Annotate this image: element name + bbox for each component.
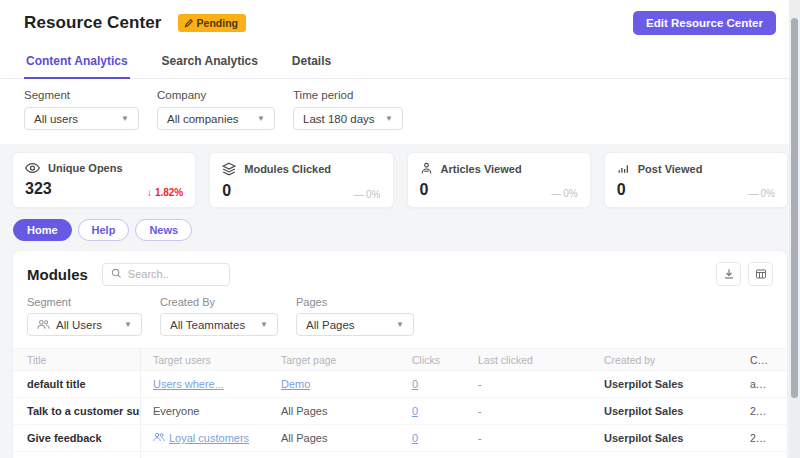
tab-bar: Content Analytics Search Analytics Detai…: [0, 48, 800, 79]
clicks-link[interactable]: 0: [412, 432, 418, 444]
module-title-cell: Give feedback: [13, 425, 141, 451]
modules-created-by-filter: Created By All Teammates ▼: [160, 296, 278, 336]
column-created-by: Created by: [592, 354, 738, 366]
chevron-down-icon: ▼: [124, 320, 132, 329]
pencil-icon: [184, 19, 193, 28]
bar-chart-icon: [617, 162, 630, 175]
clicks-link[interactable]: 0: [412, 378, 418, 390]
eye-icon: [25, 162, 40, 174]
pill-home[interactable]: Home: [13, 219, 72, 241]
segment-select[interactable]: All users ▼: [24, 107, 139, 130]
modules-segment-filter: Segment All Users ▼: [27, 296, 142, 336]
modules-pages-filter: Pages All Pages ▼: [296, 296, 414, 336]
pill-news[interactable]: News: [135, 219, 192, 241]
top-section: Resource Center Pending Edit Resource Ce…: [0, 0, 800, 144]
last-clicked-cell: -: [466, 405, 592, 417]
search-input[interactable]: [128, 268, 221, 280]
tab-content-analytics[interactable]: Content Analytics: [24, 48, 130, 79]
created-by-cell: Userpilot Sales: [592, 405, 738, 417]
company-select[interactable]: All companies ▼: [157, 107, 275, 130]
stat-value: 323: [25, 180, 52, 198]
users-icon: [153, 432, 165, 444]
target-page-cell: All Pages: [269, 405, 400, 417]
stat-value: 0: [222, 182, 231, 200]
created-cell: 2 m: [738, 432, 787, 444]
trend-flat-icon: —: [551, 188, 560, 199]
columns-settings-button[interactable]: [748, 262, 773, 286]
created-by-cell: Userpilot Sales: [592, 378, 738, 390]
table-row: Give feedbackLoyal customersAll Pages0-U…: [13, 425, 787, 452]
page-header: Resource Center Pending Edit Resource Ce…: [0, 8, 800, 38]
users-icon: [37, 319, 50, 330]
chevron-down-icon: ▼: [385, 114, 393, 123]
table-row: Onboarding checklistNew SignupsAll Pages…: [13, 452, 787, 458]
modules-header: Modules: [13, 251, 787, 294]
table-row: Talk to a customer support ...EveryoneAl…: [13, 398, 787, 425]
module-title-cell: default title: [13, 371, 141, 397]
target-users-link[interactable]: Loyal customers: [153, 432, 249, 444]
arrow-down-icon: ↓: [147, 187, 152, 198]
edit-resource-center-button[interactable]: Edit Resource Center: [633, 11, 776, 35]
target-users-link[interactable]: Users where...: [153, 378, 224, 390]
column-target-users: Target users: [141, 354, 269, 366]
vertical-scrollbar[interactable]: [789, 0, 800, 458]
modules-title: Modules: [27, 266, 88, 283]
tab-details[interactable]: Details: [290, 48, 333, 78]
stats-row: Unique Opens 323 ↓1.82% Modules Clicked …: [12, 152, 788, 208]
created-by-cell: Userpilot Sales: [592, 432, 738, 444]
stat-card-unique-opens: Unique Opens 323 ↓1.82%: [12, 152, 196, 208]
stat-card-post-viewed: Post Viewed 0 —0%: [604, 152, 788, 208]
pill-help[interactable]: Help: [78, 219, 130, 241]
stat-value: 0: [617, 181, 626, 199]
tab-search-analytics[interactable]: Search Analytics: [160, 48, 260, 78]
download-button[interactable]: [716, 262, 741, 286]
segment-filter: Segment All users ▼: [24, 89, 139, 130]
scrollbar-thumb[interactable]: [791, 18, 798, 398]
target-page-link[interactable]: Demo: [281, 378, 310, 390]
layers-icon: [222, 162, 236, 176]
last-clicked-cell: -: [466, 378, 592, 390]
trend-flat-icon: —: [354, 189, 363, 200]
stat-card-articles-viewed: Articles Viewed 0 —0%: [407, 152, 591, 208]
target-users-cell[interactable]: Users where...: [141, 378, 269, 390]
target-page-cell: All Pages: [269, 432, 400, 444]
trend-indicator: —0%: [749, 188, 775, 199]
time-period-select[interactable]: Last 180 days ▼: [293, 107, 403, 130]
modules-pages-select[interactable]: All Pages ▼: [296, 313, 414, 336]
last-clicked-cell: -: [466, 432, 592, 444]
trend-indicator: —0%: [354, 189, 380, 200]
created-cell: 2 m: [738, 405, 787, 417]
page-title: Resource Center: [24, 13, 162, 33]
chevron-down-icon: ▼: [121, 114, 129, 123]
modules-filters: Segment All Users ▼ Created By All Teamm…: [13, 294, 787, 348]
column-clicks: Clicks: [400, 354, 466, 366]
column-last-clicked: Last clicked: [466, 354, 592, 366]
company-filter: Company All companies ▼: [157, 89, 275, 130]
clicks-cell[interactable]: 0: [400, 432, 466, 444]
created-cell: a m: [738, 378, 787, 390]
modules-search[interactable]: [102, 263, 230, 286]
trend-flat-icon: —: [749, 188, 758, 199]
target-users-cell[interactable]: Loyal customers: [141, 432, 269, 444]
time-period-filter: Time period Last 180 days ▼: [293, 89, 403, 130]
clicks-cell[interactable]: 0: [400, 378, 466, 390]
column-created: Cre.: [738, 354, 787, 366]
clicks-link[interactable]: 0: [412, 405, 418, 417]
modules-segment-select[interactable]: All Users ▼: [27, 313, 142, 336]
target-page-cell[interactable]: Demo: [269, 378, 400, 390]
table-header-row: Title Target users Target page Clicks La…: [13, 348, 787, 371]
module-title-cell: Onboarding checklist: [13, 452, 141, 458]
column-title: Title: [13, 349, 141, 370]
module-title-cell: Talk to a customer support ...: [13, 398, 141, 424]
column-target-page: Target page: [269, 354, 400, 366]
search-icon: [111, 265, 122, 283]
analytics-filters: Segment All users ▼ Company All companie…: [0, 79, 800, 144]
chevron-down-icon: ▼: [260, 320, 268, 329]
modules-created-by-select[interactable]: All Teammates ▼: [160, 313, 278, 336]
status-badge: Pending: [178, 14, 246, 32]
table-body: default titleUsers where...Demo0-Userpil…: [13, 371, 787, 458]
stat-card-modules-clicked: Modules Clicked 0 —0%: [209, 152, 393, 208]
clicks-cell[interactable]: 0: [400, 405, 466, 417]
article-reader-icon: [420, 162, 433, 175]
table-row: default titleUsers where...Demo0-Userpil…: [13, 371, 787, 398]
